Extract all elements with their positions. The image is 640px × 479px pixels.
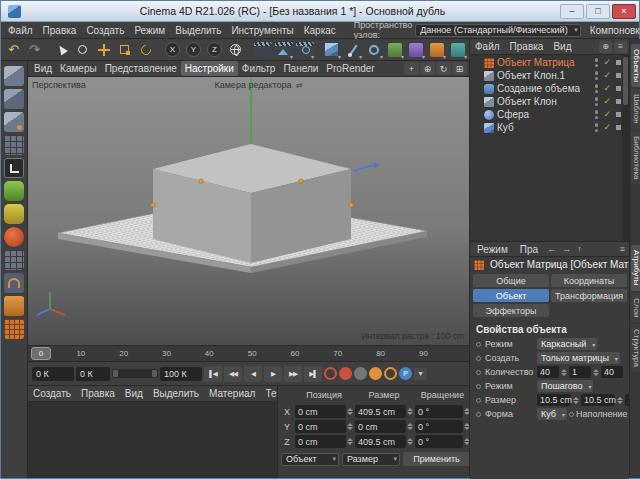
anim-dot-icon[interactable] xyxy=(476,384,481,389)
tab-template[interactable]: Шаблон xyxy=(631,89,640,129)
om-menu-view[interactable]: Вид xyxy=(548,39,576,54)
anim-dot-icon[interactable] xyxy=(569,412,574,417)
generate-dropdown[interactable]: Только матрицы▾ xyxy=(537,352,620,364)
vp-menu-options[interactable]: Настройки xyxy=(181,61,238,76)
close-button[interactable]: × xyxy=(612,4,636,19)
workplane-snap-icon[interactable] xyxy=(4,319,24,339)
parent-object-icon[interactable]: ↑ xyxy=(575,244,584,254)
workplane-mode-icon[interactable] xyxy=(4,135,24,155)
mat-menu-view[interactable]: Вид xyxy=(120,386,148,401)
vp-menu-view[interactable]: Вид xyxy=(30,61,56,76)
size-y-field[interactable]: 0 cm xyxy=(355,420,406,433)
minimize-button[interactable]: – xyxy=(560,4,584,19)
key-options-icon[interactable]: ▾ xyxy=(414,368,427,380)
live-selection-icon[interactable] xyxy=(73,40,92,59)
count-x-field[interactable]: 40 xyxy=(537,366,559,378)
rotation-key-toggle[interactable] xyxy=(384,367,397,380)
mat-menu-select[interactable]: Выделить xyxy=(148,386,204,401)
enable-check-icon[interactable]: ✓ xyxy=(603,123,611,132)
enable-check-icon[interactable]: ✓ xyxy=(603,58,611,67)
size-x-prop-field[interactable]: 10.5 cm xyxy=(537,394,571,406)
pos-z-field[interactable]: 0 cm xyxy=(295,435,346,448)
prev-key-button[interactable]: ◀◀ xyxy=(224,366,242,382)
timeline-ruler[interactable]: 0 10 20 30 40 50 60 70 80 90 0 xyxy=(28,345,469,361)
spline-primitive-button[interactable]: ▾ xyxy=(364,40,383,59)
array-generator-button[interactable]: ▾ xyxy=(406,40,425,59)
object-row-matrix[interactable]: Объект Матрица ✓ xyxy=(470,56,629,69)
parameter-key-toggle[interactable]: P xyxy=(399,367,412,380)
history-back-icon[interactable]: ← xyxy=(545,244,558,254)
position-key-toggle[interactable] xyxy=(369,367,382,380)
visibility-dots[interactable] xyxy=(595,110,599,119)
mode-dropdown[interactable]: Каркасный▾ xyxy=(537,338,597,350)
tab-objects[interactable]: Объекты xyxy=(631,44,640,87)
vp-menu-cameras[interactable]: Камеры xyxy=(56,61,101,76)
menu-file[interactable]: Файл xyxy=(3,22,38,38)
rot-h-field[interactable]: 0 ° xyxy=(415,405,463,418)
object-row-cube[interactable]: Куб ✓ xyxy=(470,121,629,134)
prev-frame-button[interactable]: ◀ xyxy=(244,366,262,382)
anim-dot-icon[interactable] xyxy=(476,398,481,403)
menu-tools[interactable]: Инструменты xyxy=(226,22,298,38)
anim-dot-icon[interactable] xyxy=(476,412,481,417)
viewport[interactable]: Перспектива Камера редактора ⇄ Интервал … xyxy=(28,77,469,345)
deformer-button[interactable]: ▾ xyxy=(427,40,446,59)
size-x-field[interactable]: 409.5 cm xyxy=(355,405,406,418)
view-label[interactable]: Перспектива xyxy=(32,80,86,90)
render-view-button[interactable] xyxy=(253,40,272,59)
render-picture-button[interactable]: ▾ xyxy=(274,40,293,59)
menu-mode[interactable]: Режим xyxy=(129,22,170,38)
tab-basic[interactable]: Общие xyxy=(473,274,549,287)
tab-attributes[interactable]: Атрибуты xyxy=(631,245,640,291)
enable-check-icon[interactable]: ✓ xyxy=(603,84,611,93)
visibility-dots[interactable] xyxy=(595,58,599,67)
cube-handle[interactable] xyxy=(199,179,203,183)
coord-space-dropdown[interactable]: Объект ▾ xyxy=(281,453,339,466)
viewport-solo-icon[interactable] xyxy=(4,250,24,270)
edges-mode-icon[interactable] xyxy=(4,204,24,224)
move-tool-icon[interactable] xyxy=(94,40,113,59)
visibility-dots[interactable] xyxy=(595,71,599,80)
quantize-toggle-icon[interactable] xyxy=(4,296,24,316)
layer-chip[interactable] xyxy=(616,112,621,117)
menu-edit[interactable]: Правка xyxy=(38,22,82,38)
layer-chip[interactable] xyxy=(616,125,621,130)
vp-menu-prorender[interactable]: ProRender xyxy=(322,61,378,76)
model-mode-icon[interactable] xyxy=(4,89,24,109)
menu-select[interactable]: Выделить xyxy=(170,22,226,38)
anim-dot-icon[interactable] xyxy=(476,356,481,361)
rotate-tool-icon[interactable] xyxy=(136,40,155,59)
range-end-field[interactable]: 100 К xyxy=(160,367,202,381)
tab-structure[interactable]: Структура xyxy=(631,324,640,372)
size-mode-dropdown[interactable]: Размер ▾ xyxy=(342,453,400,466)
camera-label[interactable]: Камера редактора xyxy=(214,80,291,90)
select-tool-icon[interactable] xyxy=(52,40,71,59)
tab-effectors[interactable]: Эффекторы xyxy=(473,304,549,317)
go-end-button[interactable]: ▶▌ xyxy=(304,366,322,382)
cube-handle[interactable] xyxy=(349,203,353,207)
pan-view-icon[interactable]: + xyxy=(404,62,419,75)
enable-check-icon[interactable]: ✓ xyxy=(603,110,611,119)
history-forward-icon[interactable]: → xyxy=(560,244,573,254)
zoom-view-icon[interactable]: ⊕ xyxy=(420,62,435,75)
visibility-dots[interactable] xyxy=(595,123,599,132)
form-dropdown[interactable]: Куб▾ xyxy=(537,408,567,420)
am-menu-mode[interactable]: Режим xyxy=(472,242,513,256)
cube-handle[interactable] xyxy=(299,179,303,183)
am-options-icon[interactable]: ≡ xyxy=(618,244,627,254)
render-settings-button[interactable]: ▾ xyxy=(295,40,314,59)
object-row-cloner1[interactable]: Объект Клон.1 ✓ xyxy=(470,69,629,82)
y-axis-toggle[interactable]: Y xyxy=(184,40,203,59)
undo-icon[interactable]: ↶ xyxy=(4,40,23,59)
object-properties-section[interactable]: Свойства объекта xyxy=(470,319,629,337)
go-start-button[interactable]: ▌◀ xyxy=(204,366,222,382)
z-axis-toggle[interactable]: Z xyxy=(205,40,224,59)
anim-dot-icon[interactable] xyxy=(476,342,481,347)
camera-link-icon[interactable]: ⇄ xyxy=(296,81,303,90)
polygons-mode-icon[interactable] xyxy=(4,227,24,247)
redo-icon[interactable]: ↷ xyxy=(25,40,44,59)
keyframe-selection-button[interactable] xyxy=(354,367,367,380)
am-menu-edit[interactable]: Пра xyxy=(515,242,543,256)
enable-check-icon[interactable]: ✓ xyxy=(603,71,611,80)
subdivision-generator-button[interactable]: ▾ xyxy=(385,40,404,59)
